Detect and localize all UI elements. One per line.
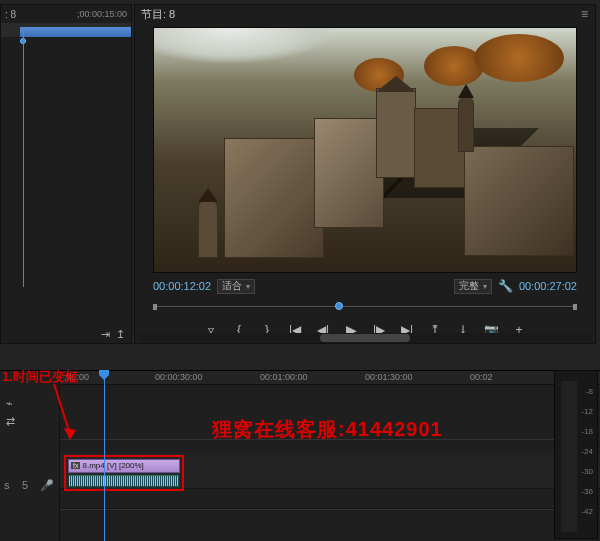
- step-icon[interactable]: ⇥: [101, 328, 110, 341]
- program-tab-label: 节目: 8: [141, 7, 175, 22]
- annotation-arrow: [40, 384, 80, 444]
- program-monitor[interactable]: [153, 27, 577, 273]
- meter-level-6: -42: [577, 507, 593, 516]
- audio-waveform: [69, 476, 179, 486]
- audio-meter: -8 -12 -18 -24 -30 -36 -42: [554, 370, 598, 539]
- source-panel-label: : 8: [5, 9, 16, 20]
- timeline-ruler[interactable]: ;00:00 00:00:30:00 00:01:00:00 00:01:30:…: [60, 371, 600, 385]
- source-clip-bar[interactable]: [20, 27, 131, 37]
- annotation-clip-highlight: fx8.mp4 [V] [200%]: [64, 455, 184, 491]
- clip-label: 8.mp4 [V] [200%]: [82, 461, 143, 470]
- linked-selection-icon[interactable]: ⇄: [6, 415, 15, 428]
- annotation-label: 1.时间已变短: [2, 368, 78, 386]
- video-clip[interactable]: fx8.mp4 [V] [200%]: [68, 459, 180, 473]
- program-duration-tc: 00:00:27:02: [519, 280, 577, 292]
- program-playhead[interactable]: [335, 302, 343, 310]
- meter-level-0: -8: [577, 387, 593, 396]
- ruler-tick-2: 00:01:00:00: [260, 372, 308, 382]
- meter-level-1: -12: [577, 407, 593, 416]
- meter-level-5: -36: [577, 487, 593, 496]
- audio-track-a1[interactable]: [60, 489, 600, 509]
- audio-track-dummy[interactable]: 5: [22, 479, 28, 491]
- quality-select[interactable]: 完整: [454, 279, 492, 294]
- hscroll-thumb[interactable]: [320, 334, 410, 342]
- timeline-play-line: [104, 371, 105, 541]
- export-frame-icon[interactable]: ↥: [116, 328, 125, 341]
- meter-level-3: -24: [577, 447, 593, 456]
- meter-level-4: -30: [577, 467, 593, 476]
- program-current-tc: 00:00:12:02: [153, 280, 211, 292]
- watermark-text: 狸窝在线客服:41442901: [212, 416, 443, 443]
- source-timecode: ;00:00:15:00: [77, 9, 127, 19]
- ruler-tick-1: 00:00:30:00: [155, 372, 203, 382]
- audio-meter-bar: [561, 381, 577, 532]
- settings-wrench-icon[interactable]: 🔧: [498, 279, 513, 293]
- program-scrubber[interactable]: [153, 299, 577, 315]
- fx-badge: fx: [71, 462, 80, 469]
- ruler-tick-3: 00:01:30:00: [365, 372, 413, 382]
- zoom-fit-select[interactable]: 适合: [217, 279, 255, 294]
- meter-level-2: -18: [577, 427, 593, 436]
- ruler-tick-4: 00:02: [470, 372, 493, 382]
- mic-icon[interactable]: 🎤: [40, 479, 54, 492]
- source-tabrow: : 8 ;00:00:15:00: [1, 5, 131, 23]
- snap-icon[interactable]: ⌁: [6, 397, 13, 410]
- audio-track-label: s: [4, 479, 10, 491]
- program-tab[interactable]: 节目: 8 ≡: [135, 5, 595, 23]
- svg-marker-1: [64, 428, 76, 440]
- audio-clip[interactable]: [68, 474, 180, 488]
- tab-menu-icon[interactable]: ≡: [581, 7, 589, 21]
- program-hscroll[interactable]: [139, 333, 591, 343]
- timeline-body[interactable]: ;00:00 00:00:30:00 00:01:00:00 00:01:30:…: [60, 371, 600, 541]
- source-playline: [23, 27, 24, 287]
- source-panel: : 8 ;00:00:15:00 ⇥ ↥: [0, 4, 132, 344]
- svg-line-0: [54, 384, 70, 434]
- program-panel: 节目: 8 ≡ 00:00:12:02 适合 完整: [134, 4, 596, 344]
